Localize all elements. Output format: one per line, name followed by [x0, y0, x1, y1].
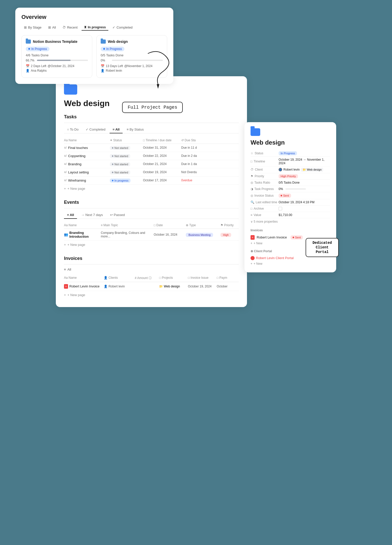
status-dot-2	[103, 48, 105, 50]
prop-label-priority: ⚑ Priority	[251, 174, 279, 178]
high-priority-prop-badge: High Priority	[279, 174, 298, 178]
events-section: Events ≡ All → Next 7 days ↩ Passed Aa N…	[64, 200, 239, 249]
panel-inv-doc-icon: ≡	[251, 235, 255, 240]
task-status-3: Not started	[110, 170, 143, 174]
due-header-icon: ↺	[181, 138, 185, 142]
last-edited-icon: 🔍	[251, 200, 254, 204]
icol-header-name: Aa Name	[64, 276, 104, 280]
person-icon-1: 👤	[26, 69, 30, 72]
client-prop-icon: ⏱	[251, 168, 254, 171]
task-due-2: Due in 1 da	[181, 162, 212, 166]
status-pill-3: Not started	[110, 170, 130, 174]
status-badge-2: In Progress	[101, 47, 124, 51]
passed-icon: ↩	[110, 213, 114, 217]
task-tab-by-status[interactable]: ≡ By Status	[124, 126, 147, 133]
tab-by-stage[interactable]: ⊞ By Stage	[21, 24, 44, 31]
prop-value-priority: High Priority	[279, 174, 330, 178]
prop-task-progress: ◑ Task Progress 0%	[251, 186, 330, 192]
col-header-timeline: □ Timeline / due date	[143, 138, 181, 142]
event-tab-passed[interactable]: ↩ Passed	[107, 211, 128, 219]
events-table-header: Aa Name ≡ Main Topic □ Date ⊕ Type ⚑ Pri…	[64, 222, 239, 229]
ecol-header-topic: ≡ Main Topic	[101, 223, 154, 227]
client-portal-prop-icon: ⊕	[251, 249, 254, 253]
invoices-table-header: Aa Name 👤 Clients # Amount ⓘ □ Projects …	[64, 274, 239, 282]
prop-value-task-progress: 0%	[279, 187, 330, 191]
plus-icon-panel-inv: +	[251, 242, 252, 245]
project-folder-icon-inv: 📁	[159, 285, 164, 288]
overview-tab-bar: ⊞ By Stage ⊞ All ⏱ Recent ⧗ In progress …	[21, 24, 167, 31]
client-page-link[interactable]: 📁 Web design	[301, 168, 323, 172]
tab-all[interactable]: ⊞ All	[46, 24, 58, 31]
panel-title: Web design	[251, 139, 330, 146]
event-tab-all[interactable]: ≡ All	[64, 211, 77, 219]
task-status-4: In progress	[110, 178, 143, 183]
tab-completed[interactable]: ✓ Completed	[110, 24, 135, 31]
all-list-icon-ev: ≡	[67, 213, 70, 217]
task-name-2: ≡/ Branding	[64, 162, 110, 166]
task-tab-todo[interactable]: ○ To Do	[64, 126, 82, 133]
status-pill-4: In progress	[110, 179, 130, 183]
events-new-page[interactable]: + + New page	[64, 241, 239, 249]
icol-header-projects: □ Projects	[159, 276, 188, 280]
panel-progress-bg	[285, 188, 306, 189]
tasks-divider	[64, 123, 239, 123]
prop-value-client: 👤 Robert levin 📁 Web design	[279, 168, 330, 172]
aa-icon: Aa	[64, 138, 69, 142]
prop-value-last-edited: October 19, 2024 4:18 PM	[279, 200, 330, 204]
invoice-row-0: ≡ Robert Levin Invoice 👤 Robert levin 📁 …	[64, 282, 239, 291]
dot-4	[112, 180, 113, 181]
panel-folder-icon	[251, 128, 260, 136]
panel-invoice-name[interactable]: Robert Levin Invoice	[257, 235, 287, 239]
invoice-issue-0: October 19, 2024	[188, 285, 217, 288]
tab-recent[interactable]: ⏱ Recent	[60, 24, 80, 31]
task-icon-2: ≡/	[64, 162, 67, 166]
client-portal-link[interactable]: Robert Levin Client Portal	[251, 256, 294, 260]
tasks-table-header: Aa Name ✦ Status □ Timeline / due date ↺…	[64, 137, 239, 144]
archive-icon: □	[251, 207, 252, 210]
project-card-notion[interactable]: Notion Business Template In Progress 4/6…	[21, 35, 92, 78]
task-row-0: ≡/ Final touches Not started October 31,…	[64, 144, 239, 152]
tasks-ratio-icon: ◎	[251, 181, 253, 184]
invoice-project-0: 📁 Web design	[159, 285, 188, 288]
panel-portal-new[interactable]: + + New	[251, 261, 330, 266]
progress-pct-1: 66.7%	[26, 59, 35, 62]
events-divider	[64, 208, 239, 208]
task-timeline-2: October 21, 2024	[143, 162, 181, 166]
prop-value-status: In Progress	[279, 151, 330, 155]
tasks-table: Aa Name ✦ Status □ Timeline / due date ↺…	[64, 137, 239, 193]
tasks-tab-bar: ○ To Do ✓ Completed ≡ All ≡ By Status	[64, 126, 239, 133]
dot-0	[112, 147, 113, 149]
status-pill-0: Not started	[110, 146, 130, 150]
more-properties[interactable]: ∨ 5 more properties	[251, 218, 330, 225]
portal-icon	[251, 256, 255, 260]
client-icon-inv: 👤	[104, 285, 108, 288]
task-timeline-1: October 22, 2024	[143, 154, 181, 158]
task-name-0: ≡/ Final touches	[64, 146, 110, 150]
dot-1	[112, 155, 113, 157]
event-tab-next7[interactable]: → Next 7 days	[78, 211, 106, 219]
icol-header-payment: □ Paym	[217, 276, 239, 280]
overview-title: Overview	[21, 14, 167, 20]
all-icon: ⊞	[48, 26, 51, 29]
invoices-new-page[interactable]: + + New page	[64, 291, 239, 299]
invoice-name-0: ≡ Robert Levin Invoice	[64, 284, 104, 289]
task-tab-completed[interactable]: ✓ Completed	[83, 126, 109, 133]
plus-icon-tasks: +	[64, 187, 66, 191]
tasks-section-header: Tasks	[64, 114, 239, 120]
calendar-icon-2: 📅	[101, 64, 104, 68]
task-status-2: Not started	[110, 162, 143, 166]
tasks-new-page[interactable]: + + New page	[64, 185, 239, 193]
archive-checkbox[interactable]	[279, 207, 282, 210]
prop-status: ☆ Status In Progress	[251, 150, 330, 157]
status-prop-icon: ☆	[251, 151, 253, 155]
task-tab-all[interactable]: ≡ All	[110, 126, 123, 133]
event-name-0: 👥 Branding Introduction	[64, 231, 101, 238]
todo-circle-icon: ○	[67, 128, 69, 131]
dedicated-client-portal-badge: Dedicated Client Portal	[306, 238, 339, 257]
prop-label-client: ⏱ Client	[251, 168, 279, 171]
calendar-header-icon: □	[143, 138, 146, 142]
tab-in-progress[interactable]: ⧗ In progress	[82, 24, 108, 31]
prop-value-row: ≡ Value $1,710.00	[251, 212, 330, 218]
main-area: Web design Tasks ○ To Do ✓ Completed ≡ A…	[56, 76, 336, 307]
event-topic-0: Company Branding, Colours and more...	[101, 231, 154, 238]
